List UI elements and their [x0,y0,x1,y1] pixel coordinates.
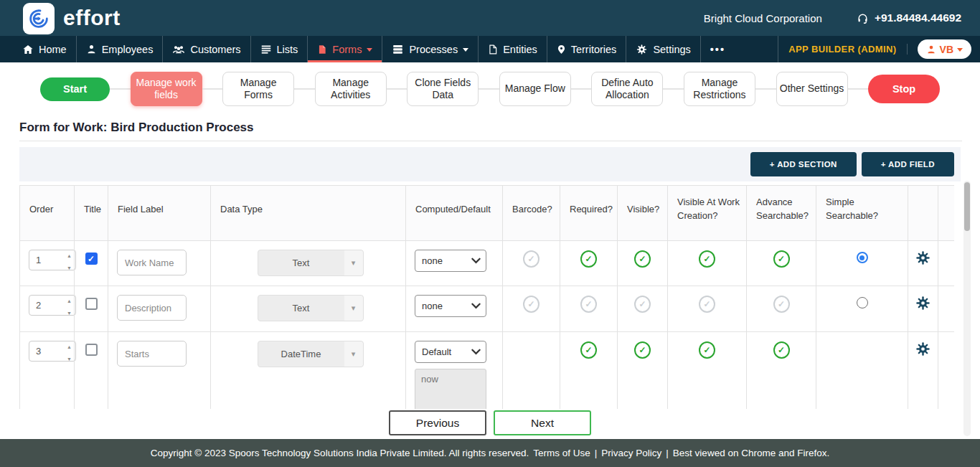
field-settings-button[interactable] [915,250,930,268]
col-header-field-label: Field Label [108,186,211,241]
nav-item-settings[interactable]: Settings [626,36,699,62]
chevron-down-icon [471,258,481,264]
step-manage-activities[interactable]: Manage Activities [315,72,387,106]
spinner-up-icon[interactable] [67,294,72,305]
people-icon [172,44,185,55]
spinner-down-icon[interactable] [67,261,72,272]
visible-at-work-creation-check-icon[interactable] [699,341,715,359]
field-settings-button[interactable] [915,296,930,313]
step-manage-flow[interactable]: Manage Flow [499,72,571,106]
nav-item-territories[interactable]: Territories [547,36,626,62]
wizard-steps: Start Manage work fields Manage Forms Ma… [0,62,980,114]
brand-name: effort [63,6,121,30]
field-label-input[interactable] [117,341,187,367]
visible-at-work-creation-check-icon[interactable] [699,296,715,313]
default-value-textarea[interactable]: now [415,369,486,409]
divider [19,141,962,141]
main-navigation: Home Employees Customers Lists Forms Pro… [0,36,980,62]
field-label-input[interactable] [117,250,187,275]
col-header-order: Order [20,186,75,241]
best-viewed-text: Best viewed on Chrome and Firefox. [673,448,829,458]
brand: effort [23,1,121,34]
required-check-icon[interactable] [580,296,597,313]
table-header-row: Order Title Field Label Data Type Comput… [20,186,955,241]
stop-step[interactable]: Stop [868,75,940,103]
col-header-computed-default: Computed/Default [406,186,503,241]
field-label-input[interactable] [117,295,187,321]
previous-button[interactable]: Previous [389,410,486,435]
step-connector [479,88,499,90]
company-name: Bright Cloud Corporation [704,12,822,24]
more-icon: ••• [710,44,725,55]
table-toolbar: + ADD SECTION + ADD FIELD [19,147,961,181]
step-manage-forms[interactable]: Manage Forms [222,72,294,106]
add-section-button[interactable]: + ADD SECTION [750,152,857,176]
computed-default-select[interactable]: Default [415,341,486,363]
separator: | [595,448,598,458]
terms-of-use-link[interactable]: Terms of Use [533,448,590,458]
spinner-down-icon[interactable] [67,352,72,363]
order-stepper[interactable]: 2 [29,295,76,316]
computed-default-select[interactable]: none [415,295,486,317]
next-button[interactable]: Next [494,410,591,435]
step-connector [110,88,131,90]
barcode-check-icon [523,296,540,313]
title-checkbox[interactable] [85,298,98,310]
data-type-dropdown[interactable]: Text [258,250,364,276]
col-header-visible-at-work-creation: Visible At Work Creation? [668,186,747,241]
required-check-icon[interactable] [580,341,597,359]
user-icon [926,44,936,55]
gear-icon [915,296,930,311]
copyright-text: Copyright © 2023 Spoors Technology Solut… [151,448,529,458]
step-clone-fields-data[interactable]: Clone Fields Data [407,72,479,106]
spinner-up-icon[interactable] [67,340,72,351]
chevron-down-icon [344,250,363,275]
required-check-icon[interactable] [580,250,597,268]
computed-default-select[interactable]: none [415,250,486,272]
nav-item-lists[interactable]: Lists [250,36,308,62]
nav-item-entities[interactable]: Entities [478,36,547,62]
advance-searchable-check-icon[interactable] [773,296,790,313]
order-stepper[interactable]: 3 [29,341,76,362]
nav-item-forms[interactable]: Forms [307,36,382,62]
fields-table: Order Title Field Label Data Type Comput… [19,185,954,409]
step-manage-restrictions[interactable]: Manage Restrictions [684,72,755,106]
pager: Previous Next [0,410,980,435]
headset-icon [857,12,869,24]
advance-searchable-check-icon[interactable] [773,341,790,359]
nav-item-processes[interactable]: Processes [382,36,478,62]
user-menu-button[interactable]: VB [918,39,971,59]
spinner-up-icon[interactable] [67,249,72,260]
add-field-button[interactable]: + ADD FIELD [862,152,954,176]
stack-icon [392,44,404,55]
simple-searchable-radio[interactable] [857,297,868,308]
visible-check-icon[interactable] [634,250,651,268]
title-checkbox[interactable] [85,344,98,356]
simple-searchable-radio[interactable] [857,252,868,263]
scrollbar-thumb[interactable] [964,182,970,231]
title-checkbox[interactable] [85,253,98,265]
privacy-policy-link[interactable]: Privacy Policy [601,448,661,458]
gear-icon [915,341,930,357]
visible-at-work-creation-check-icon[interactable] [699,250,715,268]
order-stepper[interactable]: 1 [29,250,76,270]
nav-item-employees[interactable]: Employees [76,36,163,62]
visible-check-icon[interactable] [634,341,651,359]
chevron-down-icon [471,349,481,355]
nav-item-more[interactable]: ••• [700,36,735,62]
nav-item-customers[interactable]: Customers [162,36,250,62]
visible-check-icon[interactable] [634,296,651,313]
field-settings-button[interactable] [915,341,930,359]
step-define-auto-allocation[interactable]: Define Auto Allocation [591,72,663,106]
spinner-down-icon[interactable] [67,306,72,317]
vertical-scrollbar[interactable] [963,181,971,436]
advance-searchable-check-icon[interactable] [773,250,790,268]
nav-item-home[interactable]: Home [13,36,76,62]
step-connector [755,88,776,90]
start-step[interactable]: Start [40,77,110,101]
app-builder-menu[interactable]: APP BUILDER (ADMIN) [788,44,907,55]
data-type-dropdown[interactable]: Text [258,295,364,321]
step-manage-work-fields[interactable]: Manage work fields [131,72,202,106]
step-other-settings[interactable]: Other Settings [776,72,848,106]
data-type-dropdown[interactable]: DateTime [258,341,364,367]
